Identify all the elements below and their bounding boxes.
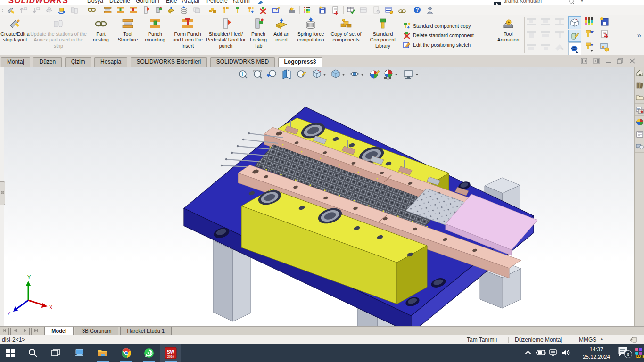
close-icon[interactable]: [629, 58, 636, 64]
ribbon-copy-set-button[interactable]: Copy of set of components: [329, 15, 363, 55]
qt-punch-sparkle[interactable]: [223, 7, 229, 14]
qt-table-new[interactable]: [386, 7, 393, 14]
task-view-icon[interactable]: [45, 344, 66, 362]
zoom-to-area-button[interactable]: [254, 70, 262, 78]
die-icon-disabled[interactable]: [540, 16, 552, 27]
apply-scene-button[interactable]: [384, 70, 392, 80]
view-orientation-button[interactable]: [313, 70, 321, 78]
die-icon-disabled[interactable]: [554, 42, 566, 52]
tab-logopress3[interactable]: Logopress3: [278, 57, 322, 67]
ribbon-delete-standard-component-button[interactable]: Delete standard component: [403, 32, 488, 39]
ribbon-tool-animation-button[interactable]: Tool Animation: [493, 15, 523, 55]
notification-center-icon[interactable]: 6: [618, 346, 634, 360]
image-new-button[interactable]: [599, 42, 610, 52]
ribbon-punch-mounting-button[interactable]: Punch mounting: [140, 15, 170, 55]
search-command-box[interactable]: arama Komutları ▾: [493, 0, 587, 5]
qt-die-set-red[interactable]: [130, 7, 137, 13]
menu-dosya[interactable]: Dosya: [87, 0, 103, 4]
punch-filter-button[interactable]: [584, 29, 594, 40]
qt-die-set-green[interactable]: [117, 7, 124, 13]
doc-add-question-button[interactable]: ?: [599, 29, 610, 40]
qt-save-new[interactable]: [320, 7, 325, 13]
tab-solidworks-eklentileri[interactable]: SOLIDWORKS Eklentileri: [131, 57, 207, 67]
tab-hesapla[interactable]: Hesapla: [94, 57, 127, 67]
apply-scene-caret[interactable]: [395, 74, 398, 76]
taskbar-clock[interactable]: 14:37 25.12.2024: [576, 346, 617, 361]
qt-insert-box[interactable]: [168, 7, 174, 14]
view-orientation-caret[interactable]: [323, 74, 326, 76]
display-style-caret[interactable]: [342, 74, 345, 76]
tab-solidworks-mbd[interactable]: SOLIDWORKS MBD: [210, 57, 275, 67]
graphics-area[interactable]: Y X Z: [0, 67, 634, 326]
rotate-component-button[interactable]: [568, 42, 581, 55]
tab-model[interactable]: Model: [44, 327, 74, 335]
isometric-view-button[interactable]: [568, 16, 581, 29]
menu-ekle[interactable]: Ekle: [166, 0, 177, 4]
file-explorer-icon[interactable]: [635, 91, 644, 104]
ribbon-part-nesting-button[interactable]: Part nesting: [89, 15, 113, 55]
qt-spring-computation[interactable]: [181, 6, 187, 14]
copilot-preview-icon[interactable]: PRE: [635, 347, 644, 361]
tab-3d-gorunum[interactable]: 3B Görünüm: [75, 327, 118, 335]
tab-hareket-etudu[interactable]: Hareket Etüdü 1: [120, 327, 172, 335]
file-explorer-taskbar-icon[interactable]: [92, 344, 113, 362]
ribbon-standard-component-copy-button[interactable]: Standard component copy: [403, 22, 488, 30]
ribbon-update-stations-button[interactable]: Update the stations of the Annex part us…: [30, 15, 87, 55]
view-palette-icon[interactable]: [635, 104, 644, 116]
qt-copy-set-gold[interactable]: [209, 8, 216, 13]
die-icon-disabled[interactable]: [540, 29, 552, 40]
qt-die-gold-sparkle[interactable]: [289, 8, 295, 13]
qt-die-set[interactable]: [104, 7, 111, 13]
ribbon-form-punch-die-insert-button[interactable]: Form Punch and Form Die Insert: [170, 15, 206, 55]
qt-station-down[interactable]: [33, 8, 40, 13]
qt-flatten-strip[interactable]: [46, 7, 52, 12]
panel-expand-handle[interactable]: [0, 181, 5, 205]
search-caret-icon[interactable]: ▾: [581, 0, 583, 3]
qt-help-globe[interactable]: ?: [414, 7, 421, 13]
volume-icon[interactable]: [561, 348, 571, 357]
qt-punch-form[interactable]: [144, 7, 149, 13]
menu-yardim[interactable]: Yardım: [232, 0, 250, 4]
ribbon-standard-component-library-button[interactable]: Standard Component Library: [365, 15, 400, 55]
tab-montaj[interactable]: Montaj: [1, 57, 30, 67]
tab-cizim[interactable]: Çizim: [65, 57, 91, 67]
restore-icon[interactable]: [617, 58, 624, 64]
solidworks-resources-icon[interactable]: [635, 67, 644, 79]
die-icon-disabled[interactable]: [554, 16, 566, 27]
save-table-button[interactable]: [599, 16, 610, 27]
qt-punch-copy[interactable]: [248, 7, 254, 13]
ribbon-create-strip-button[interactable]: Create/Edit a strip layout: [0, 15, 30, 55]
zoom-to-fit-button[interactable]: [239, 71, 247, 78]
units-caret-icon[interactable]: ▲: [600, 337, 603, 341]
battery-icon[interactable]: [536, 349, 546, 356]
menu-duzenle[interactable]: Düzenle: [109, 0, 130, 4]
hide-show-caret[interactable]: [361, 74, 364, 76]
previous-view-button[interactable]: [267, 70, 276, 77]
qt-link-part[interactable]: [88, 8, 95, 11]
chrome-icon[interactable]: [116, 344, 137, 362]
search-magnifier-icon[interactable]: [569, 0, 581, 5]
appearances-scenes-icon[interactable]: [635, 116, 644, 128]
die-icon-disabled[interactable]: [554, 29, 566, 40]
dynamic-annotation-views-button[interactable]: [297, 71, 306, 77]
quick-assist-icon[interactable]: [69, 344, 90, 362]
qt-station-up[interactable]: [20, 8, 27, 13]
ribbon-tool-structure-button[interactable]: Tool Structure: [115, 15, 140, 55]
solidworks-taskbar-icon[interactable]: SW2016: [160, 344, 181, 362]
qt-color-palette[interactable]: [304, 7, 310, 13]
die-icon-disabled[interactable]: [526, 42, 538, 52]
punch-filter-dropdown-button[interactable]: [584, 42, 594, 52]
section-view-button[interactable]: [283, 70, 290, 79]
pin-icon[interactable]: [257, 0, 264, 5]
ribbon-shoulder-heel-pedestal-button[interactable]: Shoulder/ Heel/ Pedestal/ Roof for punch: [206, 15, 246, 55]
tray-chevron-icon[interactable]: [524, 350, 532, 355]
qt-pair-tool[interactable]: [71, 8, 77, 13]
tag-icon[interactable]: [629, 337, 637, 343]
tab-nav-first[interactable]: [0, 328, 9, 335]
menu-gorunum[interactable]: Görünüm: [136, 0, 159, 4]
menu-pencere[interactable]: Pencere: [206, 0, 228, 4]
qt-punch-tab[interactable]: [157, 7, 162, 13]
solidworks-forum-icon[interactable]: [635, 140, 644, 153]
qt-table-check[interactable]: [347, 7, 355, 13]
collapse-pane-left-icon[interactable]: [581, 58, 587, 64]
